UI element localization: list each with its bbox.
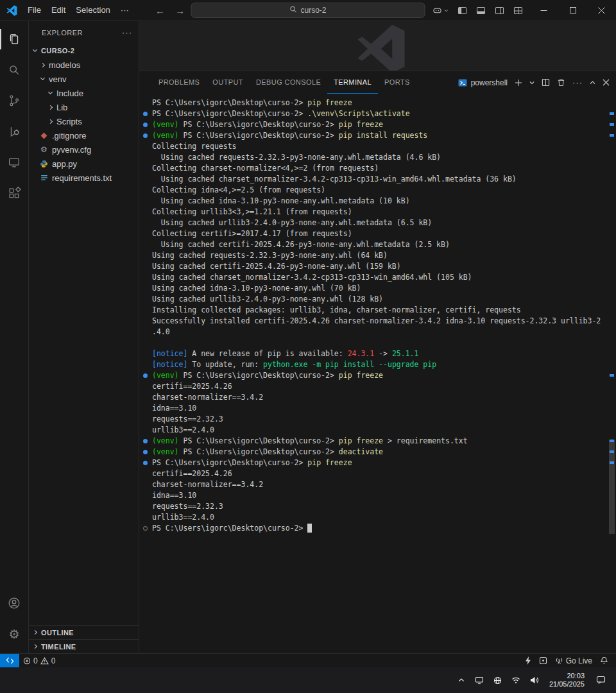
menu-file[interactable]: File (22, 3, 46, 17)
powershell-profile-icon (458, 79, 467, 87)
sidebar-section-timeline[interactable]: TIMELINE (29, 639, 139, 653)
panel-tab-ports[interactable]: PORTS (378, 71, 416, 94)
terminal-line: Using cached charset_normalizer-3.4.2-cp… (152, 174, 607, 185)
tree-item-app-py[interactable]: app.py (29, 157, 139, 171)
toggle-panel-icon[interactable] (476, 6, 486, 15)
new-terminal-icon[interactable] (515, 79, 522, 87)
terminal-line: Using cached charset_normalizer-3.4.2-cp… (152, 272, 607, 283)
tree-item-label: Scripts (56, 117, 82, 126)
tree-item-label: app.py (52, 159, 77, 169)
tree-item-pyvenv-cfg[interactable]: ⚙pyvenv.cfg (29, 142, 139, 157)
close-panel-icon[interactable] (603, 79, 610, 86)
python-icon (39, 160, 49, 168)
menu-edit[interactable]: Edit (46, 3, 71, 17)
split-terminal-icon[interactable] (542, 78, 550, 87)
go-live-label: Go Live (566, 656, 592, 665)
windows-taskbar: 20:03 21/05/2025 (0, 667, 616, 693)
kill-terminal-trash-icon[interactable] (557, 78, 565, 87)
command-decoration-dot[interactable] (143, 439, 148, 443)
panel-tab-terminal[interactable]: TERMINAL (327, 71, 378, 94)
warning-icon (40, 657, 49, 665)
sidebar-sections: OUTLINETIMELINE (29, 625, 139, 653)
terminal-line: (venv) PS C:\Users\igorc\Desktop\curso-2… (152, 436, 607, 447)
terminal-line: Using cached certifi-2025.4.26-py3-none-… (152, 239, 607, 250)
taskbar-notification-icon[interactable] (596, 676, 606, 685)
run-debug-activity-icon[interactable] (0, 116, 29, 147)
toggle-secondary-sidebar-icon[interactable] (495, 6, 504, 15)
terminal-line: Using cached urllib3-2.4.0-py3-none-any.… (152, 218, 607, 228)
nav-back-icon[interactable]: ← (155, 5, 165, 16)
search-value: curso-2 (300, 6, 326, 15)
tree-item-scripts[interactable]: Scripts (29, 114, 139, 128)
terminal-line: (venv) PS C:\Users\igorc\Desktop\curso-2… (152, 447, 607, 458)
command-decoration-dot[interactable] (143, 526, 148, 531)
copilot-button[interactable] (432, 6, 449, 14)
ruler-command-mark (610, 374, 614, 377)
explorer-activity-icon[interactable] (0, 24, 29, 55)
search-activity-icon[interactable] (0, 55, 29, 85)
extensions-activity-icon[interactable] (0, 178, 29, 209)
sidebar-section-outline[interactable]: OUTLINE (29, 625, 139, 639)
terminal-line: requests==2.32.3 (152, 501, 607, 512)
terminal-line: Collecting charset-normalizer<4,>=2 (fro… (152, 163, 607, 174)
go-live-button[interactable]: Go Live (551, 654, 596, 667)
command-decoration-dot[interactable] (143, 450, 148, 454)
explorer-more-actions-icon[interactable]: ··· (122, 28, 132, 37)
maximize-button[interactable] (558, 0, 587, 21)
terminal-scrollbar-thumb[interactable] (609, 440, 615, 534)
tree-item-venv[interactable]: venv (29, 72, 139, 86)
taskbar-clock[interactable]: 20:03 21/05/2025 (549, 672, 585, 689)
tree-item-label: Lib (56, 103, 67, 112)
tree-item-modelos[interactable]: modelos (29, 58, 139, 72)
panel-tab-problems[interactable]: PROBLEMS (152, 71, 206, 94)
minimize-button[interactable] (529, 0, 558, 21)
terminal-line: requests==2.32.3 (152, 414, 607, 425)
tray-cast-display-icon[interactable] (475, 676, 484, 685)
command-center-search[interactable]: curso-2 (191, 3, 425, 18)
tray-globe-icon[interactable] (493, 676, 502, 685)
accounts-icon[interactable] (0, 588, 29, 619)
terminal-line: charset-normalizer==3.4.2 (152, 392, 607, 403)
broadcast-icon (555, 657, 563, 665)
panel-tab-debug-console[interactable]: DEBUG CONSOLE (250, 71, 327, 94)
command-decoration-dot[interactable] (143, 123, 148, 127)
close-window-button[interactable] (587, 0, 616, 21)
chevron-right-icon (40, 62, 45, 67)
tray-chevron-up-icon[interactable] (458, 676, 465, 684)
terminal-line: urllib3==2.4.0 (152, 425, 607, 436)
tray-wifi-icon[interactable] (511, 676, 520, 684)
tree-item-lib[interactable]: Lib (29, 100, 139, 114)
terminal-cursor (307, 524, 312, 533)
notifications-bell-icon[interactable] (596, 654, 612, 667)
status-zap-icon[interactable] (521, 654, 535, 667)
tree-item--gitignore[interactable]: .gitignore (29, 128, 139, 142)
tree-item-curso-2[interactable]: CURSO-2 (29, 44, 139, 58)
terminal-line (152, 338, 607, 348)
status-extension-icon[interactable] (535, 654, 551, 667)
menu-selection[interactable]: Selection (71, 3, 115, 17)
ruler-command-mark (610, 112, 614, 115)
settings-gear-icon[interactable]: ⚙ (0, 619, 29, 649)
source-control-activity-icon[interactable] (0, 85, 29, 116)
customize-layout-icon[interactable] (513, 6, 523, 15)
tray-volume-icon[interactable] (530, 676, 539, 684)
nav-forward-icon[interactable]: → (175, 5, 185, 16)
tree-item-requirements-txt[interactable]: requirements.txt (29, 171, 139, 185)
terminal-viewport[interactable]: PS C:\Users\igorc\Desktop\curso-2> pip f… (139, 94, 616, 653)
problems-status[interactable]: 0 0 (19, 654, 59, 667)
toggle-sidebar-icon[interactable] (458, 6, 467, 15)
menu-more[interactable]: ··· (116, 3, 134, 17)
titlebar: FileEditSelection··· ← → curso-2 (0, 0, 616, 21)
terminal-profile-chevron-icon[interactable] (529, 81, 535, 85)
tree-item-include[interactable]: Include (29, 86, 139, 100)
remote-indicator-button[interactable] (0, 654, 19, 667)
terminal-line: PS C:\Users\igorc\Desktop\curso-2> (152, 523, 607, 534)
remote-explorer-activity-icon[interactable] (0, 147, 29, 178)
command-decoration-dot[interactable] (143, 461, 148, 465)
maximize-panel-chevron-icon[interactable] (590, 81, 595, 85)
panel-tab-output[interactable]: OUTPUT (206, 71, 250, 94)
panel-more-actions-icon[interactable]: ··· (572, 78, 583, 87)
command-decoration-dot[interactable] (143, 133, 148, 138)
command-decoration-dot[interactable] (143, 373, 148, 378)
command-decoration-dot[interactable] (143, 112, 148, 116)
